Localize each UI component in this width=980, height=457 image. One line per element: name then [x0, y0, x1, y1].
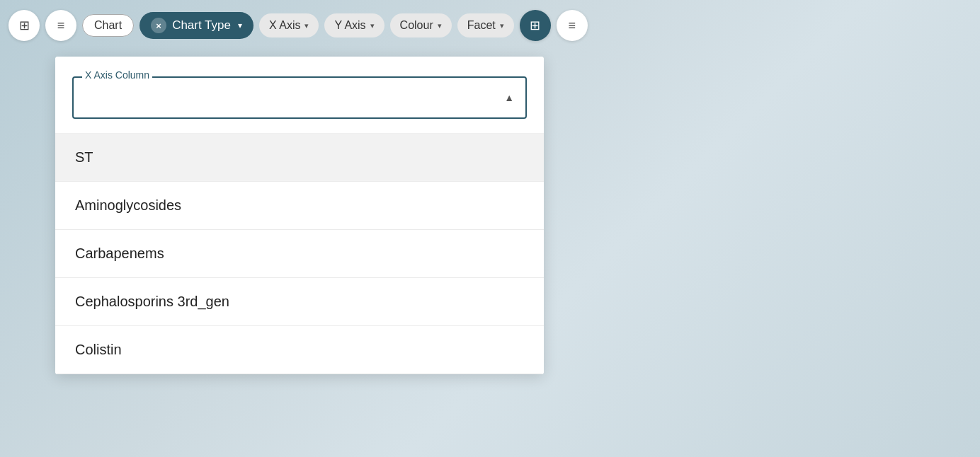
- menu-right-button[interactable]: ≡: [557, 10, 588, 41]
- select-container: X Axis Column ST Aminoglycosides Carbape…: [55, 57, 544, 133]
- menu-left-button[interactable]: ≡: [45, 10, 76, 41]
- list-item[interactable]: Cephalosporins 3rd_gen: [55, 278, 544, 326]
- x-axis-chevron-icon: ▾: [304, 21, 309, 30]
- chart-label-text: Chart: [94, 19, 122, 31]
- y-axis-label: Y Axis: [334, 19, 365, 32]
- x-axis-label: X Axis: [269, 19, 300, 32]
- list-item[interactable]: Colistin: [55, 326, 544, 374]
- x-axis-dropdown-panel: X Axis Column ST Aminoglycosides Carbape…: [55, 57, 544, 374]
- menu-left-icon: ≡: [57, 18, 65, 33]
- chart-type-label: Chart Type: [172, 18, 231, 33]
- chart-type-button[interactable]: × Chart Type ▾: [139, 12, 253, 39]
- colour-button[interactable]: Colour ▾: [390, 13, 452, 37]
- colour-label: Colour: [400, 19, 433, 32]
- list-item[interactable]: Carbapenems: [55, 230, 544, 278]
- x-axis-column-select[interactable]: ST Aminoglycosides Carbapenems Cephalosp…: [74, 78, 525, 117]
- chart-type-chevron-icon: ▾: [238, 21, 242, 30]
- colour-chevron-icon: ▾: [438, 21, 442, 30]
- x-axis-select-wrapper: X Axis Column ST Aminoglycosides Carbape…: [72, 76, 527, 119]
- x-axis-column-label: X Axis Column: [82, 69, 152, 81]
- facet-label: Facet: [467, 19, 496, 32]
- facet-button[interactable]: Facet ▾: [457, 13, 514, 37]
- list-item[interactable]: Aminoglycosides: [55, 182, 544, 230]
- toolbar: ⊞ ≡ Chart × Chart Type ▾ X Axis ▾ Y Axis…: [0, 0, 980, 51]
- sliders-right-button[interactable]: ⊞: [520, 10, 551, 41]
- sliders-left-icon: ⊞: [19, 18, 30, 33]
- facet-chevron-icon: ▾: [500, 21, 504, 30]
- y-axis-button[interactable]: Y Axis ▾: [324, 13, 384, 37]
- list-item[interactable]: ST: [55, 134, 544, 182]
- chart-type-close-icon[interactable]: ×: [151, 18, 166, 33]
- x-axis-button[interactable]: X Axis ▾: [259, 13, 319, 37]
- dropdown-list: ST Aminoglycosides Carbapenems Cephalosp…: [55, 133, 544, 374]
- y-axis-chevron-icon: ▾: [370, 21, 375, 30]
- menu-right-icon: ≡: [569, 18, 576, 33]
- sliders-right-icon: ⊞: [530, 18, 540, 33]
- sliders-left-button[interactable]: ⊞: [8, 10, 40, 41]
- chart-breadcrumb: Chart: [82, 14, 134, 37]
